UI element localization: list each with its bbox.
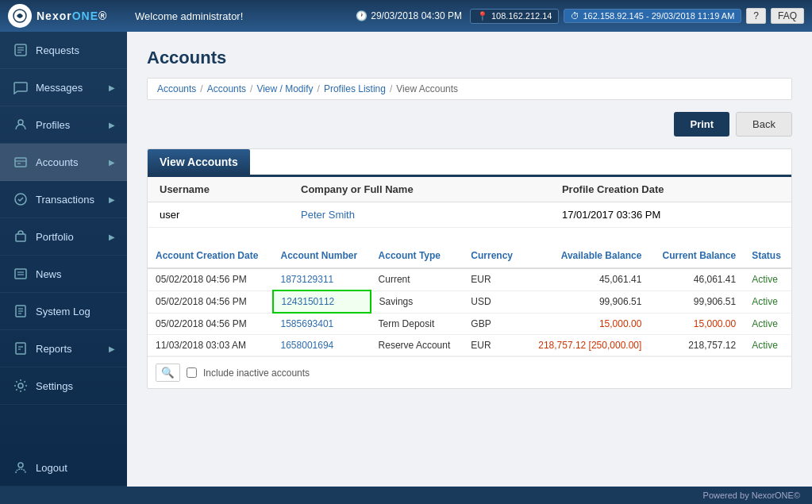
breadcrumb-link-profiles[interactable]: Profiles Listing — [324, 83, 386, 94]
profile-username: user — [148, 202, 289, 228]
acct-number[interactable]: 1873129311 — [273, 268, 371, 290]
col-created: Profile Creation Date — [550, 177, 791, 202]
sidebar-spacer — [0, 405, 127, 449]
sidebar-item-messages[interactable]: Messages ▶ — [0, 69, 127, 106]
sidebar-item-logout[interactable]: Logout — [0, 449, 127, 487]
acct-number[interactable]: 1585693401 — [273, 313, 371, 335]
acct-number-link[interactable]: 1873129311 — [281, 274, 334, 285]
acct-number[interactable]: 1658001694 — [273, 335, 371, 356]
requests-icon — [12, 41, 29, 59]
sidebar-item-settings[interactable]: Settings — [0, 367, 127, 405]
help-button[interactable]: ? — [746, 8, 766, 24]
news-icon — [12, 265, 29, 283]
acct-type: Term Deposit — [371, 313, 464, 335]
sidebar-item-news[interactable]: News — [0, 256, 127, 293]
sidebar-item-transactions[interactable]: Transactions ▶ — [0, 181, 127, 218]
faq-button[interactable]: FAQ — [771, 8, 804, 24]
sidebar-label-profiles: Profiles — [36, 119, 102, 131]
reports-icon — [12, 340, 29, 357]
view-accounts-card: View Accounts Username Company or Full N… — [147, 148, 792, 389]
svg-point-22 — [18, 463, 23, 467]
svg-point-21 — [18, 383, 23, 388]
acct-currency: USD — [463, 290, 524, 313]
svg-rect-11 — [15, 269, 26, 279]
acct-currency: GBP — [463, 313, 524, 335]
acct-number-link[interactable]: 1243150112 — [282, 296, 335, 307]
card-header: View Accounts — [148, 149, 250, 175]
sidebar-item-portfolio[interactable]: Portfolio ▶ — [0, 218, 127, 256]
col-acct-currency[interactable]: Currency — [463, 244, 524, 268]
search-button[interactable]: 🔍 — [156, 364, 180, 382]
sidebar-item-systemlog[interactable]: System Log — [0, 293, 127, 330]
toolbar: Print Back — [147, 112, 792, 137]
acct-status: Active — [744, 290, 791, 313]
breadcrumb-link-viewmodify[interactable]: View / Modify — [256, 83, 313, 94]
chevron-right-icon: ▶ — [109, 233, 115, 241]
acct-type: Reserve Account — [371, 335, 464, 356]
sidebar-item-profiles[interactable]: Profiles ▶ — [0, 106, 127, 144]
col-acct-status[interactable]: Status — [744, 244, 791, 268]
back-button[interactable]: Back — [736, 112, 792, 137]
accounts-table-row: 05/02/2018 04:56 PM1243150112SavingsUSD9… — [148, 290, 791, 313]
profile-created: 17/01/2017 03:36 PM — [550, 202, 791, 228]
acct-date: 05/02/2018 04:56 PM — [148, 290, 273, 313]
logo-icon — [8, 4, 32, 28]
content-area: Accounts Accounts / Accounts / View / Mo… — [127, 32, 812, 487]
profile-fullname: Peter Smith — [289, 202, 550, 228]
acct-current: 99,906.51 — [649, 290, 744, 313]
sidebar-label-messages: Messages — [36, 82, 102, 94]
card-header-row: View Accounts — [148, 149, 791, 177]
location-icon: 📍 — [477, 11, 488, 21]
sidebar-item-requests[interactable]: Requests — [0, 32, 127, 69]
col-acct-date[interactable]: Account Creation Date — [148, 244, 273, 268]
sidebar-item-accounts[interactable]: Accounts ▶ — [0, 144, 127, 181]
transactions-icon — [12, 190, 29, 208]
ip-badge: 📍 108.162.212.14 — [470, 9, 559, 24]
sidebar-label-systemlog: System Log — [36, 306, 115, 317]
col-acct-current[interactable]: Current Balance — [649, 244, 744, 268]
include-inactive-label: Include inactive accounts — [203, 367, 310, 379]
chevron-right-icon: ▶ — [109, 195, 115, 204]
svg-rect-18 — [16, 343, 25, 354]
sidebar-label-portfolio: Portfolio — [36, 231, 102, 243]
acct-number-link[interactable]: 1658001694 — [281, 340, 334, 351]
sidebar-label-requests: Requests — [36, 44, 115, 56]
acct-status: Active — [744, 313, 791, 335]
sidebar-item-reports[interactable]: Reports ▶ — [0, 330, 127, 367]
accounts-icon — [12, 153, 29, 171]
print-button[interactable]: Print — [674, 112, 729, 137]
acct-number-link[interactable]: 1585693401 — [281, 318, 334, 329]
include-inactive-checkbox[interactable] — [187, 367, 197, 378]
col-acct-number[interactable]: Account Number — [273, 244, 371, 268]
sidebar-label-news: News — [36, 268, 115, 280]
header-datetime: 🕐 29/03/2018 04:30 PM — [356, 10, 462, 21]
acct-date: 05/02/2018 04:56 PM — [148, 268, 273, 290]
accounts-header-row: Account Creation Date Account Number Acc… — [148, 244, 791, 268]
acct-available: 15,000.00 — [524, 313, 649, 335]
acct-currency: EUR — [463, 335, 524, 356]
profile-table: Username Company or Full Name Profile Cr… — [148, 177, 791, 228]
col-acct-type[interactable]: Account Type — [371, 244, 464, 268]
logo-text: NexorONE® — [37, 10, 107, 22]
acct-available: 45,061.41 — [524, 268, 649, 290]
accounts-table-row: 11/03/2018 03:03 AM1658001694Reserve Acc… — [148, 335, 791, 356]
sidebar-label-reports: Reports — [36, 343, 102, 355]
acct-available: 218,757.12 [250,000.00] — [524, 335, 649, 356]
footer: Powered by NexorONE© — [0, 487, 812, 504]
profile-name-link[interactable]: Peter Smith — [301, 209, 355, 221]
breadcrumb-link-accounts1[interactable]: Accounts — [157, 83, 196, 94]
sidebar: Requests Messages ▶ Profiles ▶ Accounts … — [0, 32, 127, 487]
sidebar-label-logout: Logout — [36, 462, 115, 474]
acct-type: Savings — [371, 290, 464, 313]
col-acct-available[interactable]: Available Balance — [524, 244, 649, 268]
sidebar-label-accounts: Accounts — [36, 156, 102, 168]
main-layout: Requests Messages ▶ Profiles ▶ Accounts … — [0, 32, 812, 487]
breadcrumb-sep3: / — [317, 83, 320, 94]
chevron-right-icon: ▶ — [109, 158, 115, 167]
acct-number[interactable]: 1243150112 — [273, 290, 371, 313]
col-fullname: Company or Full Name — [289, 177, 550, 202]
acct-current: 15,000.00 — [649, 313, 744, 335]
accounts-table-wrapper: Account Creation Date Account Number Acc… — [148, 228, 791, 388]
breadcrumb-link-accounts2[interactable]: Accounts — [207, 83, 246, 94]
settings-icon — [12, 377, 29, 394]
